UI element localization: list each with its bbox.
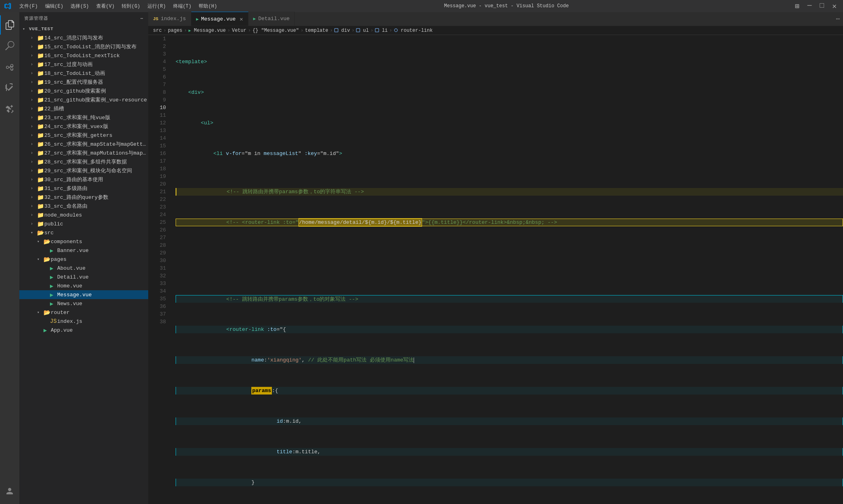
sidebar-item-Home[interactable]: › ▶ Home.vue	[19, 281, 148, 290]
bc-vetur[interactable]: Vetur	[232, 28, 246, 33]
menu-help[interactable]: 帮助(H)	[195, 2, 220, 10]
sidebar-item-29[interactable]: › 📁 29_src_求和案例_模块化与命名空间	[19, 166, 148, 175]
token-1: <template>	[176, 58, 207, 66]
code-editor[interactable]: 1 2 3 4 5 6 7 8 9 10 11 12 13 14 15 16 1…	[148, 35, 843, 504]
sidebar-item-25[interactable]: › 📁 25_src_求和案例_getters	[19, 131, 148, 140]
sidebar-item-19[interactable]: › 📁 19_src_配置代理服务器	[19, 78, 148, 87]
ln-27: 27	[155, 234, 166, 242]
arrow-24: ›	[31, 124, 37, 129]
maximize-button[interactable]: □	[817, 2, 826, 10]
sidebar-item-28[interactable]: › 📁 28_src_求和案例_多组件共享数据	[19, 157, 148, 166]
bc-curlymessage[interactable]: {} "Message.vue"	[253, 28, 299, 33]
sidebar-item-About[interactable]: › ▶ About.vue	[19, 264, 148, 273]
activity-run-debug[interactable]	[0, 78, 19, 97]
code-content[interactable]: <template> <div> <ul> <li v-for="m in me…	[169, 35, 843, 504]
menu-select[interactable]: 选择(S)	[67, 2, 92, 10]
sidebar-item-14[interactable]: › 📁 14_src_消息订阅与发布	[19, 33, 148, 42]
sidebar-item-News[interactable]: › ▶ News.vue	[19, 299, 148, 308]
vue-icon-about: ▶	[50, 265, 57, 272]
tab-index-js[interactable]: JS index.js	[148, 12, 191, 26]
token-4f: messageList	[263, 150, 298, 157]
label-25: 25_src_求和案例_getters	[44, 132, 148, 139]
title-bar-left: 文件(F) 编辑(E) 选择(S) 查看(V) 转到(G) 运行(R) 终端(T…	[4, 2, 220, 10]
menu-file[interactable]: 文件(F)	[16, 2, 41, 10]
arrow-26: ›	[31, 142, 37, 147]
sidebar-item-Detail[interactable]: › ▶ Detail.vue	[19, 273, 148, 281]
activity-explorer[interactable]	[0, 15, 19, 35]
menu-goto[interactable]: 转到(G)	[118, 2, 143, 10]
code-line-12: id:m.id,	[176, 417, 843, 425]
token-6d: ">{{m.title}}</router-link>&nbsp;&nbsp; …	[422, 219, 557, 226]
sidebar-item-20[interactable]: › 📁 20_src_github搜索案例	[19, 87, 148, 95]
sidebar-item-33[interactable]: › 📁 33_src_命名路由	[19, 202, 148, 211]
sidebar-item-18[interactable]: › 📁 18_src_TodoList_动画	[19, 69, 148, 78]
tab-detail-vue[interactable]: ▶ Detail.vue	[249, 12, 295, 26]
layout-icon[interactable]: ⊞	[793, 2, 802, 10]
activity-source-control[interactable]	[0, 57, 19, 76]
sidebar-item-27[interactable]: › 📁 27_src_求和案例_mapMutations与mapActions	[19, 149, 148, 157]
sidebar-item-23[interactable]: › 📁 23_src_求和案例_纯vue版	[19, 113, 148, 122]
activity-search[interactable]	[0, 36, 19, 56]
sidebar-item-31[interactable]: › 📁 31_src_多级路由	[19, 184, 148, 193]
token-4d: ="	[242, 150, 248, 157]
sidebar-item-src[interactable]: ▾ 📂 src	[19, 228, 148, 237]
sidebar-item-26[interactable]: › 📁 26_src_求和案例_mapState与mapGetters	[19, 140, 148, 149]
bc-src[interactable]: src	[153, 28, 162, 33]
label-31: 31_src_多级路由	[44, 185, 148, 192]
sidebar-item-17[interactable]: › 📁 17_src_过度与动画	[19, 60, 148, 69]
sidebar-item-Message[interactable]: › ▶ Message.vue	[19, 290, 148, 299]
tab-message-vue[interactable]: ▶ Message.vue ✕	[191, 12, 249, 26]
token-5b: <!-- 跳转路由并携带params参数，to的字符串写法 -->	[227, 188, 364, 196]
ln-36: 36	[155, 303, 166, 310]
bc-pages[interactable]: pages	[168, 28, 182, 33]
sidebar-item-pages[interactable]: ▾ 📂 pages	[19, 255, 148, 264]
sidebar-item-index-js[interactable]: › JS index.js	[19, 317, 148, 326]
close-button[interactable]: ✕	[830, 2, 839, 10]
tree-root[interactable]: ▾ VUE_TEST	[19, 25, 148, 33]
ln-22: 22	[155, 196, 166, 203]
sidebar-item-30[interactable]: › 📁 30_src_路由的基本使用	[19, 175, 148, 184]
line-numbers: 1 2 3 4 5 6 7 8 9 10 11 12 13 14 15 16 1…	[148, 35, 169, 504]
sidebar-item-22[interactable]: › 📁 22_插槽	[19, 104, 148, 113]
menu-view[interactable]: 查看(V)	[93, 2, 118, 10]
bc-div[interactable]: div	[334, 28, 350, 33]
sidebar-item-15[interactable]: › 📁 15_src_TodoList_消息的订阅与发布	[19, 42, 148, 51]
bc-routerlink[interactable]: router-link	[394, 28, 433, 33]
svg-rect-1	[356, 29, 360, 32]
folder-icon-14: 📁	[37, 35, 44, 41]
token-3b: <ul>	[201, 119, 213, 127]
sidebar-item-public[interactable]: › 📁 public	[19, 219, 148, 228]
bc-li[interactable]: li	[375, 28, 388, 33]
sidebar-item-16[interactable]: › 📁 16_src_TodoList_nextTick	[19, 51, 148, 60]
sidebar-item-components[interactable]: ▾ 📂 components	[19, 237, 148, 246]
bc-ul[interactable]: ul	[356, 28, 369, 33]
token-11c: :{	[272, 387, 278, 395]
bc-sep5: ›	[300, 28, 303, 33]
activity-account[interactable]	[0, 481, 19, 501]
folder-icon-25: 📁	[37, 132, 44, 139]
arrow-16: ›	[31, 54, 37, 58]
new-file-icon[interactable]: ⋯	[140, 16, 143, 21]
bc-template[interactable]: template	[305, 28, 328, 33]
menu-edit[interactable]: 编辑(E)	[42, 2, 67, 10]
menu-terminal[interactable]: 终端(T)	[170, 2, 195, 10]
editor-area: JS index.js ▶ Message.vue ✕ ▶ Detail.vue…	[148, 12, 843, 504]
tab-more-button[interactable]: ⋯	[833, 12, 843, 26]
ln-15: 15	[155, 142, 166, 150]
sidebar-item-32[interactable]: › 📁 32_src_路由的query参数	[19, 193, 148, 202]
tab-close-message[interactable]: ✕	[240, 16, 243, 23]
label-comp: components	[51, 239, 148, 245]
sidebar-item-App[interactable]: › ▶ App.vue	[19, 326, 148, 335]
sidebar-item-24[interactable]: › 📁 24_src_求和案例_vuex版	[19, 122, 148, 131]
sidebar-item-router[interactable]: ▾ 📂 router	[19, 308, 148, 317]
sidebar-item-Banner[interactable]: › ▶ Banner.vue	[19, 246, 148, 255]
sidebar-item-21[interactable]: › 📁 21_src_github搜索案例_vue-resource	[19, 95, 148, 104]
bc-messagevue[interactable]: ▶ Message.vue	[188, 28, 226, 33]
sidebar-item-node-modules[interactable]: › 📁 node_modules	[19, 211, 148, 219]
minimize-button[interactable]: ─	[805, 2, 814, 10]
menu-run[interactable]: 运行(R)	[144, 2, 169, 10]
folder-icon-26: 📁	[37, 141, 44, 148]
activity-extensions[interactable]	[0, 99, 19, 118]
bc-sep3: ›	[227, 28, 230, 33]
bc-sep6: ›	[330, 28, 333, 33]
